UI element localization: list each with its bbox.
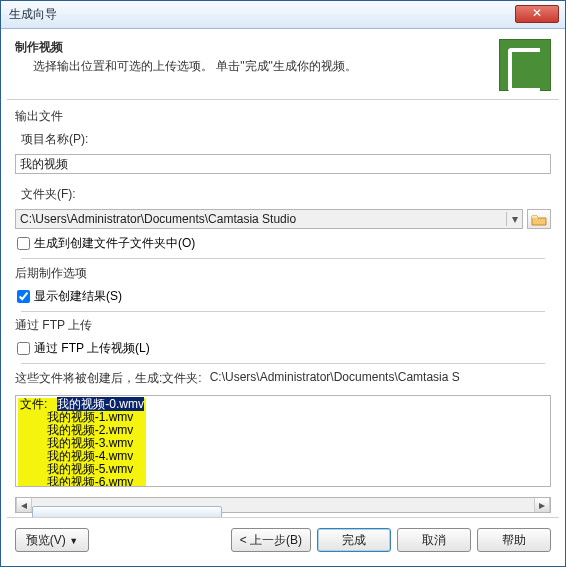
subfolder-checkbox-row[interactable]: 生成到创建文件子文件夹中(O) bbox=[15, 235, 551, 252]
help-button[interactable]: 帮助 bbox=[477, 528, 551, 552]
files-summary-path: C:\Users\Administrator\Documents\Camtasi… bbox=[210, 370, 551, 387]
subfolder-checkbox-label: 生成到创建文件子文件夹中(O) bbox=[34, 235, 195, 252]
list-item[interactable]: 我的视频-2.wmv bbox=[47, 423, 134, 437]
list-item[interactable]: 我的视频-1.wmv bbox=[47, 410, 134, 424]
header-subtitle: 选择输出位置和可选的上传选项。 单击"完成"生成你的视频。 bbox=[15, 56, 499, 75]
files-list-prefix: 文件: bbox=[20, 397, 47, 411]
folder-value: C:\Users\Administrator\Documents\Camtasi… bbox=[16, 210, 506, 228]
list-item[interactable]: 我的视频-6.wmv bbox=[47, 475, 134, 487]
subfolder-checkbox[interactable] bbox=[17, 237, 30, 250]
header: 制作视频 选择输出位置和可选的上传选项。 单击"完成"生成你的视频。 bbox=[1, 29, 565, 99]
folder-combo[interactable]: C:\Users\Administrator\Documents\Camtasi… bbox=[15, 209, 523, 229]
files-summary-label: 这些文件将被创建后，生成:文件夹: bbox=[15, 370, 202, 387]
footer: 预览(V) ▼ < 上一步(B) 完成 取消 帮助 bbox=[1, 518, 565, 566]
divider bbox=[21, 363, 545, 364]
preview-button[interactable]: 预览(V) ▼ bbox=[15, 528, 89, 552]
close-icon: ✕ bbox=[532, 6, 542, 20]
chevron-down-icon[interactable]: ▾ bbox=[506, 212, 522, 226]
wizard-window: 生成向导 ✕ 制作视频 选择输出位置和可选的上传选项。 单击"完成"生成你的视频… bbox=[0, 0, 566, 567]
horizontal-scrollbar[interactable]: ◂ ▸ bbox=[15, 497, 551, 513]
header-text: 制作视频 选择输出位置和可选的上传选项。 单击"完成"生成你的视频。 bbox=[15, 39, 499, 75]
show-result-checkbox-row[interactable]: 显示创建结果(S) bbox=[15, 288, 551, 305]
divider bbox=[21, 311, 545, 312]
show-result-checkbox-label: 显示创建结果(S) bbox=[34, 288, 122, 305]
list-item[interactable]: 我的视频-5.wmv bbox=[47, 462, 134, 476]
project-name-input[interactable] bbox=[15, 154, 551, 174]
chevron-down-icon: ▼ bbox=[69, 536, 78, 546]
files-highlight: 文件: 我的视频-0.wmv 我的视频-1.wmv 我的视频-2.wmv 我的视… bbox=[18, 398, 146, 487]
browse-folder-button[interactable] bbox=[527, 209, 551, 229]
finish-button[interactable]: 完成 bbox=[317, 528, 391, 552]
scroll-left-button[interactable]: ◂ bbox=[16, 498, 32, 512]
section-output: 输出文件 bbox=[15, 108, 551, 125]
project-name-label: 项目名称(P): bbox=[15, 131, 551, 148]
ftp-upload-checkbox-row[interactable]: 通过 FTP 上传视频(L) bbox=[15, 340, 551, 357]
window-title: 生成向导 bbox=[9, 6, 57, 23]
list-item[interactable]: 我的视频-4.wmv bbox=[47, 449, 134, 463]
close-button[interactable]: ✕ bbox=[515, 5, 559, 23]
back-button[interactable]: < 上一步(B) bbox=[231, 528, 311, 552]
section-ftp: 通过 FTP 上传 bbox=[15, 317, 551, 334]
show-result-checkbox[interactable] bbox=[17, 290, 30, 303]
scroll-thumb[interactable] bbox=[32, 506, 222, 517]
app-logo-icon bbox=[499, 39, 551, 91]
folder-label: 文件夹(F): bbox=[15, 186, 551, 203]
titlebar: 生成向导 ✕ bbox=[1, 1, 565, 29]
ftp-upload-checkbox[interactable] bbox=[17, 342, 30, 355]
section-post: 后期制作选项 bbox=[15, 265, 551, 282]
files-summary-row: 这些文件将被创建后，生成:文件夹: C:\Users\Administrator… bbox=[15, 370, 551, 387]
folder-icon bbox=[531, 213, 547, 226]
body: 输出文件 项目名称(P): 文件夹(F): C:\Users\Administr… bbox=[1, 100, 565, 517]
divider bbox=[21, 258, 545, 259]
list-item[interactable]: 我的视频-3.wmv bbox=[47, 436, 134, 450]
files-listbox[interactable]: 文件: 我的视频-0.wmv 我的视频-1.wmv 我的视频-2.wmv 我的视… bbox=[15, 395, 551, 487]
scroll-right-button[interactable]: ▸ bbox=[534, 498, 550, 512]
header-title: 制作视频 bbox=[15, 39, 499, 56]
list-item[interactable]: 我的视频-0.wmv bbox=[57, 397, 144, 411]
cancel-button[interactable]: 取消 bbox=[397, 528, 471, 552]
ftp-upload-checkbox-label: 通过 FTP 上传视频(L) bbox=[34, 340, 150, 357]
